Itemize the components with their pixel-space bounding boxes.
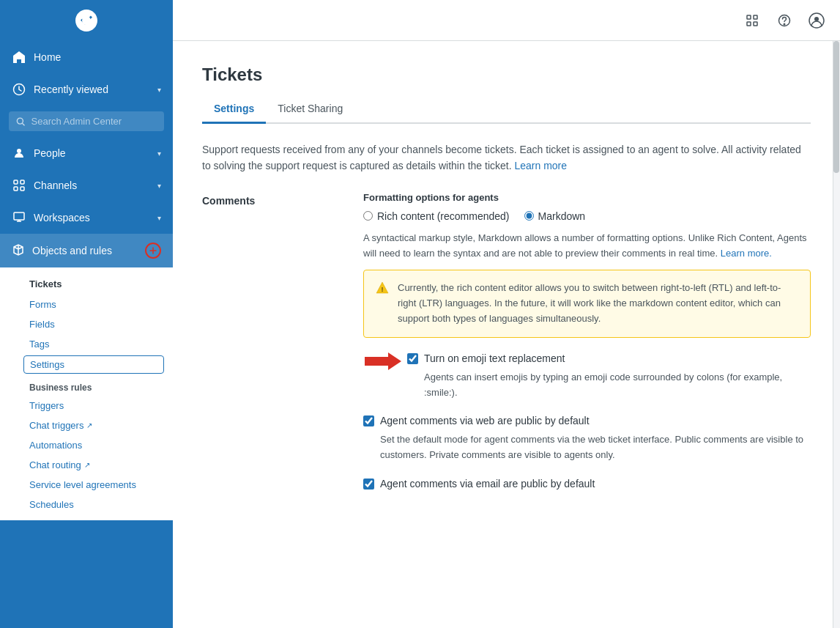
markdown-helper-text: A syntactical markup style, Markdown all…	[363, 231, 811, 262]
submenu-sla[interactable]: Service level agreements	[0, 475, 173, 495]
sidebar: Home Recently viewed ▾ People ▾	[0, 0, 173, 628]
people-chevron: ▾	[157, 149, 161, 158]
emoji-description: Agents can insert emojis by typing an em…	[424, 370, 811, 401]
agent-email-checkbox-label[interactable]: Agent comments via email are public by d…	[380, 478, 595, 490]
svg-rect-9	[747, 15, 751, 19]
logo	[0, 0, 173, 41]
svg-point-3	[17, 149, 21, 153]
tabs: Settings Ticket Sharing	[202, 97, 811, 124]
page-description: Support requests received from any of yo…	[202, 141, 811, 174]
svg-rect-6	[14, 187, 18, 191]
workspaces-label: Workspaces	[34, 212, 150, 224]
svg-point-14	[784, 23, 785, 25]
workspaces-icon	[12, 210, 26, 225]
tab-settings[interactable]: Settings	[202, 97, 266, 124]
svg-point-2	[17, 118, 23, 124]
svg-rect-5	[21, 180, 24, 184]
svg-rect-7	[21, 187, 24, 191]
sidebar-item-people[interactable]: People ▾	[0, 137, 173, 169]
submenu-settings[interactable]: Settings	[23, 355, 164, 374]
external-link-icon-2: ↗	[84, 461, 90, 469]
submenu-chat-routing[interactable]: Chat routing ↗	[0, 455, 173, 475]
sidebar-item-workspaces[interactable]: Workspaces ▾	[0, 202, 173, 234]
scrollbar-track	[833, 41, 840, 628]
sidebar-nav: Home Recently viewed ▾ People ▾	[0, 41, 173, 628]
svg-rect-10	[754, 15, 757, 19]
submenu-schedules[interactable]: Schedules	[0, 495, 173, 514]
markdown-learn-more-link[interactable]: Learn more.	[721, 248, 772, 259]
comments-section: Comments Formatting options for agents R…	[202, 192, 811, 495]
radio-markdown[interactable]: Markdown	[524, 210, 586, 222]
submenu-triggers[interactable]: Triggers	[0, 396, 173, 415]
top-bar	[173, 0, 840, 41]
page-title: Tickets	[202, 64, 811, 85]
submenu-tags[interactable]: Tags	[0, 334, 173, 354]
radio-markdown-label: Markdown	[538, 210, 586, 222]
person-icon	[12, 146, 26, 160]
sidebar-home-label: Home	[34, 51, 161, 63]
svg-rect-8	[14, 213, 24, 220]
emoji-checkbox-label[interactable]: Turn on emoji text replacement	[424, 352, 565, 364]
channels-chevron: ▾	[157, 182, 161, 190]
comments-label: Comments	[202, 192, 334, 495]
submenu-tickets[interactable]: Tickets	[0, 273, 173, 295]
svg-rect-12	[754, 22, 757, 26]
submenu-objects-rules: Tickets Forms Fields Tags Settings Busin…	[0, 267, 173, 520]
agent-web-row-container: Agent comments via web are public by def…	[363, 415, 811, 463]
objects-rules-label: Objects and rules	[32, 245, 112, 256]
home-icon	[12, 50, 26, 64]
checkbox-agent-web: Agent comments via web are public by def…	[363, 415, 811, 426]
submenu-automations[interactable]: Automations	[0, 435, 173, 455]
search-icon	[16, 117, 26, 127]
svg-rect-4	[14, 180, 18, 184]
workspaces-chevron: ▾	[157, 214, 161, 222]
help-button[interactable]	[773, 9, 796, 32]
sidebar-item-recently-viewed[interactable]: Recently viewed ▾	[0, 73, 173, 106]
submenu-forms[interactable]: Forms	[0, 295, 173, 314]
checkbox-agent-email: Agent comments via email are public by d…	[363, 478, 811, 490]
radio-rich-content-input[interactable]	[363, 211, 373, 221]
radio-markdown-input[interactable]	[524, 211, 534, 221]
agent-email-checkbox[interactable]	[363, 479, 374, 490]
warning-icon: !	[376, 281, 389, 326]
search-box[interactable]	[9, 111, 164, 131]
checkbox-emoji: Turn on emoji text replacement	[407, 352, 811, 364]
warning-text: Currently, the rich content editor allow…	[398, 281, 798, 326]
agent-web-checkbox-label[interactable]: Agent comments via web are public by def…	[380, 415, 590, 426]
recently-viewed-chevron: ▾	[157, 86, 161, 94]
channels-label: Channels	[34, 180, 150, 191]
formatting-label: Formatting options for agents	[363, 192, 811, 203]
svg-point-0	[82, 16, 91, 25]
page-content: Tickets Settings Ticket Sharing Support …	[173, 41, 840, 628]
tab-ticket-sharing[interactable]: Ticket Sharing	[266, 97, 354, 124]
objects-rules-badge	[145, 243, 161, 259]
emoji-row-container: Turn on emoji text replacement Agents ca…	[407, 352, 811, 401]
profile-button[interactable]	[805, 9, 828, 32]
agent-email-row-container: Agent comments via email are public by d…	[363, 478, 811, 490]
svg-marker-18	[365, 352, 401, 370]
sidebar-item-channels[interactable]: Channels ▾	[0, 169, 173, 202]
submenu-chat-triggers[interactable]: Chat triggers ↗	[0, 415, 173, 435]
main-content: Tickets Settings Ticket Sharing Support …	[173, 0, 840, 628]
scrollbar-thumb[interactable]	[833, 41, 839, 173]
radio-rich-content[interactable]: Rich content (recommended)	[363, 210, 510, 222]
grid-button[interactable]	[740, 9, 764, 32]
channels-icon	[12, 178, 26, 193]
radio-rich-content-label: Rich content (recommended)	[377, 210, 510, 222]
people-label: People	[34, 147, 150, 159]
objects-icon	[12, 243, 25, 259]
comments-content: Formatting options for agents Rich conte…	[363, 192, 811, 495]
external-link-icon: ↗	[86, 421, 92, 429]
svg-point-16	[814, 17, 819, 21]
agent-web-description: Set the default mode for agent comments …	[380, 432, 811, 463]
search-input[interactable]	[31, 116, 157, 127]
learn-more-link[interactable]: Learn more	[514, 160, 567, 171]
emoji-checkbox[interactable]	[407, 353, 418, 364]
submenu-fields[interactable]: Fields	[0, 314, 173, 334]
svg-text:!: !	[382, 286, 384, 293]
sidebar-item-home[interactable]: Home	[0, 41, 173, 73]
radio-group-formatting: Rich content (recommended) Markdown	[363, 210, 811, 222]
sidebar-item-objects-rules[interactable]: Objects and rules	[0, 234, 173, 267]
clock-icon	[12, 82, 26, 97]
agent-web-checkbox[interactable]	[363, 415, 374, 426]
